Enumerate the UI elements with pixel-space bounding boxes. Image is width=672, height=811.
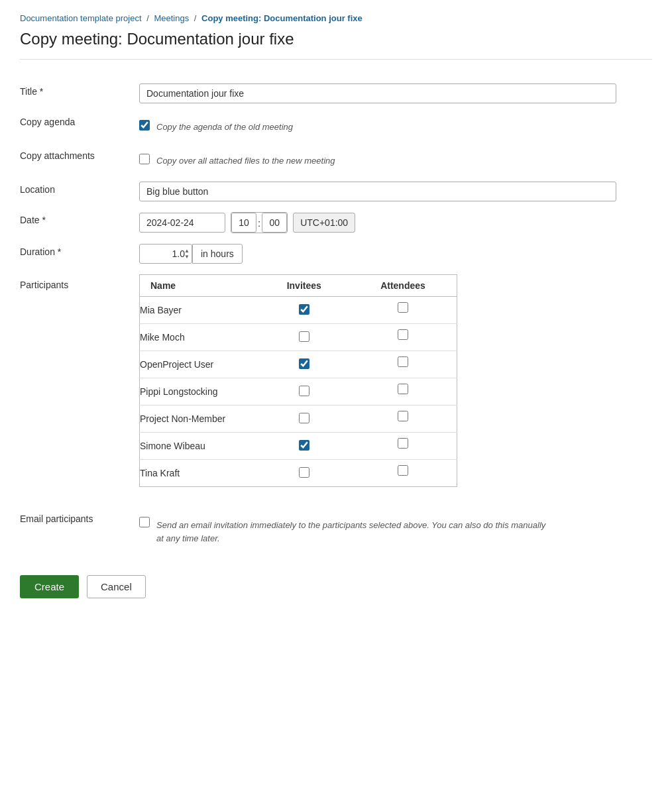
attendee-checkbox-0[interactable] [398,302,408,313]
title-row: Title * [20,78,652,109]
invitee-checkbox-0[interactable] [299,304,309,315]
attendee-cell [349,378,457,406]
attendee-cell [349,324,457,351]
attendee-cell [349,297,457,324]
invitee-cell [259,351,349,378]
email-participants-row: Email participants Send an email invitat… [20,506,652,555]
table-row: OpenProject User [140,351,457,378]
invitee-checkbox-3[interactable] [299,386,309,396]
attendee-checkbox-4[interactable] [398,411,408,421]
table-row: Simone Wibeau [140,433,457,460]
email-participants-checkbox[interactable] [139,517,150,527]
timezone-display: UTC+01:00 [293,213,355,233]
participant-name: Tina Kraft [140,460,259,487]
breadcrumb-sep-2: / [194,13,197,23]
attendee-cell [349,460,457,487]
invitee-checkbox-1[interactable] [299,331,309,342]
table-row: Mia Bayer [140,297,457,324]
invitee-cell [259,406,349,433]
invitee-checkbox-6[interactable] [299,467,309,478]
copy-attachments-label: Copy attachments [20,150,95,161]
table-row: Mike Moch [140,324,457,351]
time-input-wrapper: : [231,212,288,233]
table-row: Tina Kraft [140,460,457,487]
copy-meeting-form: Title * Copy agenda Copy the agenda of t… [20,78,652,555]
attendee-cell [349,351,457,378]
participant-name: Simone Wibeau [140,433,259,460]
date-input[interactable] [139,213,225,233]
copy-agenda-checkbox[interactable] [139,120,150,131]
cancel-button[interactable]: Cancel [87,575,146,598]
breadcrumb-current: Copy meeting: Documentation jour fixe [201,13,363,23]
form-buttons: Create Cancel [20,575,652,598]
duration-label: Duration * [20,246,61,257]
attendee-cell [349,433,457,460]
col-name-header: Name [140,275,259,297]
time-colon: : [256,217,262,229]
location-label: Location [20,184,55,195]
title-divider [20,59,652,60]
duration-up-arrow[interactable]: ▲ [184,248,190,254]
duration-unit-label: in hours [192,244,243,264]
copy-attachments-row: Copy attachments Copy over all attached … [20,142,652,176]
attendee-checkbox-2[interactable] [398,356,408,367]
breadcrumb-project[interactable]: Documentation template project [20,13,142,23]
invitee-cell [259,433,349,460]
participant-name: Mike Moch [140,324,259,351]
participants-header: Name Invitees Attendees [140,275,457,297]
participant-name: Pippi Longstocking [140,378,259,406]
attendee-checkbox-1[interactable] [398,329,408,340]
title-input[interactable] [139,83,616,103]
breadcrumb-meetings[interactable]: Meetings [154,13,189,23]
location-row: Location [20,176,652,207]
invitee-checkbox-4[interactable] [299,413,309,423]
location-input[interactable] [139,182,616,201]
email-participants-help: Send an email invitation immediately to … [156,519,554,545]
duration-spinner[interactable]: ▲ ▼ [184,248,190,260]
duration-row: Duration * ▲ ▼ in hours [20,239,652,269]
copy-agenda-help: Copy the agenda of the old meeting [156,122,293,132]
attendee-checkbox-6[interactable] [398,465,408,476]
time-minutes-input[interactable] [262,213,287,233]
invitee-cell [259,324,349,351]
copy-attachments-checkbox[interactable] [139,154,150,164]
copy-agenda-row: Copy agenda Copy the agenda of the old m… [20,109,652,142]
email-participants-label: Email participants [20,514,93,524]
spacer-row [20,492,652,506]
breadcrumb-sep-1: / [146,13,149,23]
page-title: Copy meeting: Documentation jour fixe [20,30,652,48]
participant-name: Project Non-Member [140,406,259,433]
title-label: Title * [20,86,43,97]
date-row: Date * : UTC+01:00 [20,207,652,239]
invitee-cell [259,378,349,406]
create-button[interactable]: Create [20,575,79,598]
invitee-cell [259,297,349,324]
col-invitees-header: Invitees [259,275,349,297]
attendee-checkbox-3[interactable] [398,384,408,394]
invitee-checkbox-2[interactable] [299,358,309,369]
copy-attachments-help: Copy over all attached files to the new … [156,156,335,166]
invitee-checkbox-5[interactable] [299,440,309,451]
copy-agenda-label: Copy agenda [20,117,75,127]
col-attendees-header: Attendees [349,275,457,297]
participants-label: Participants [20,280,68,290]
participant-name: OpenProject User [140,351,259,378]
table-row: Pippi Longstocking [140,378,457,406]
participant-name: Mia Bayer [140,297,259,324]
breadcrumb: Documentation template project / Meeting… [20,13,652,23]
time-hours-input[interactable] [231,213,256,233]
attendee-checkbox-5[interactable] [398,438,408,449]
duration-down-arrow[interactable]: ▼ [184,254,190,260]
attendee-cell [349,406,457,433]
invitee-cell [259,460,349,487]
table-row: Project Non-Member [140,406,457,433]
date-label: Date * [20,215,46,225]
participants-table: Name Invitees Attendees Mia Bayer Mike M… [139,274,457,487]
participants-row: Participants Name Invitees Attendees Mia… [20,269,652,492]
